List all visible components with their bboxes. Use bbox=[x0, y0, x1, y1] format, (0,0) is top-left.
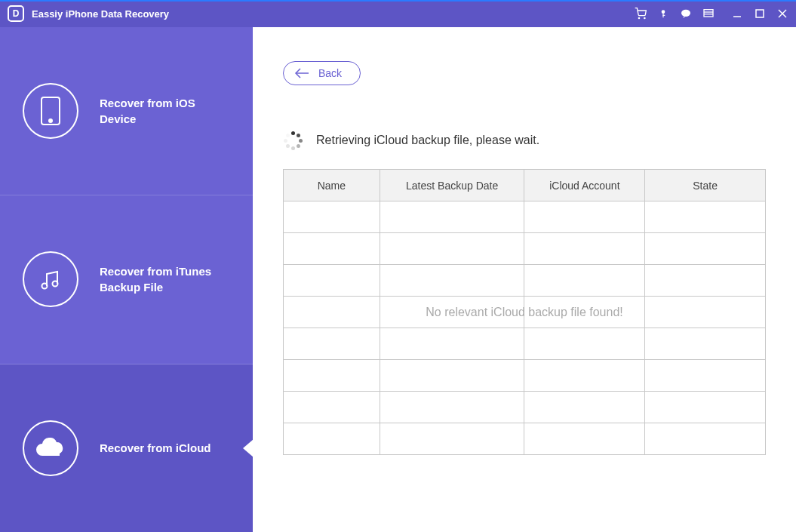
minimize-icon[interactable] bbox=[731, 8, 743, 20]
maximize-icon[interactable] bbox=[754, 8, 766, 20]
titlebar: D Eassiy iPhone Data Recovery bbox=[0, 0, 796, 27]
sidebar: Recover from iOS Device Recover from iTu… bbox=[0, 27, 253, 532]
back-button-label: Back bbox=[318, 67, 342, 79]
svg-rect-4 bbox=[662, 15, 665, 16]
svg-point-14 bbox=[49, 119, 52, 122]
table-row bbox=[284, 297, 766, 328]
backup-table: Name Latest Backup Date iCloud Account S… bbox=[283, 169, 766, 455]
svg-point-2 bbox=[662, 10, 665, 14]
key-icon[interactable] bbox=[657, 8, 669, 20]
sidebar-item-label: Recover from iOS Device bbox=[100, 95, 220, 127]
table-header-date: Latest Backup Date bbox=[380, 170, 524, 201]
table-header-name: Name bbox=[284, 170, 380, 201]
table-header-account: iCloud Account bbox=[524, 170, 645, 201]
chat-icon[interactable] bbox=[680, 8, 692, 20]
menu-icon[interactable] bbox=[702, 8, 715, 20]
cart-icon[interactable] bbox=[635, 8, 647, 20]
sidebar-item-ios-device[interactable]: Recover from iOS Device bbox=[0, 27, 253, 195]
table-row bbox=[284, 233, 766, 265]
back-button[interactable]: Back bbox=[283, 61, 361, 85]
sidebar-item-icloud[interactable]: Recover from iCloud bbox=[0, 364, 253, 532]
sidebar-item-itunes-backup[interactable]: Recover from iTunes Backup File bbox=[0, 195, 253, 364]
phone-icon bbox=[23, 83, 78, 139]
sidebar-item-label: Recover from iTunes Backup File bbox=[100, 263, 220, 295]
svg-point-1 bbox=[644, 17, 645, 18]
svg-point-0 bbox=[638, 17, 639, 18]
table-row bbox=[284, 360, 766, 392]
table-row bbox=[284, 201, 766, 233]
table-row bbox=[284, 392, 766, 423]
svg-point-5 bbox=[681, 10, 690, 17]
close-icon[interactable] bbox=[776, 8, 788, 20]
main-content: Back Retrieving iCloud backup file, plea… bbox=[253, 27, 796, 532]
table-row bbox=[284, 423, 766, 455]
music-icon bbox=[23, 251, 78, 307]
sidebar-item-label: Recover from iCloud bbox=[100, 440, 211, 456]
svg-rect-6 bbox=[704, 10, 713, 17]
status-text: Retrieving iCloud backup file, please wa… bbox=[316, 134, 539, 147]
svg-rect-10 bbox=[756, 10, 764, 17]
cloud-icon bbox=[23, 420, 78, 476]
app-title: Eassiy iPhone Data Recovery bbox=[32, 8, 169, 20]
app-logo-icon: D bbox=[8, 5, 24, 22]
table-row bbox=[284, 265, 766, 297]
table-header-state: State bbox=[645, 170, 766, 201]
table-row bbox=[284, 328, 766, 360]
loading-spinner-icon bbox=[283, 131, 303, 150]
